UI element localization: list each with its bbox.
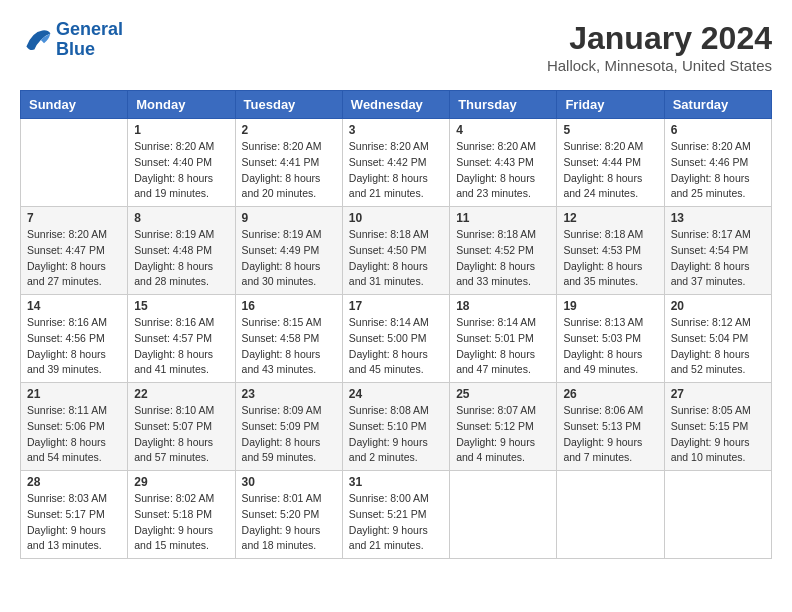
day-number: 25 xyxy=(456,387,550,401)
weekday-header-saturday: Saturday xyxy=(664,91,771,119)
day-number: 2 xyxy=(242,123,336,137)
month-title: January 2024 xyxy=(547,20,772,57)
day-info: Sunrise: 8:20 AMSunset: 4:40 PMDaylight:… xyxy=(134,139,228,202)
title-block: January 2024 Hallock, Minnesota, United … xyxy=(547,20,772,74)
day-number: 18 xyxy=(456,299,550,313)
calendar-cell: 21Sunrise: 8:11 AMSunset: 5:06 PMDayligh… xyxy=(21,383,128,471)
day-info: Sunrise: 8:20 AMSunset: 4:47 PMDaylight:… xyxy=(27,227,121,290)
calendar-cell: 29Sunrise: 8:02 AMSunset: 5:18 PMDayligh… xyxy=(128,471,235,559)
logo: General Blue xyxy=(20,20,123,60)
day-info: Sunrise: 8:16 AMSunset: 4:56 PMDaylight:… xyxy=(27,315,121,378)
calendar-cell: 27Sunrise: 8:05 AMSunset: 5:15 PMDayligh… xyxy=(664,383,771,471)
weekday-header-thursday: Thursday xyxy=(450,91,557,119)
calendar-week-1: 1Sunrise: 8:20 AMSunset: 4:40 PMDaylight… xyxy=(21,119,772,207)
day-info: Sunrise: 8:14 AMSunset: 5:01 PMDaylight:… xyxy=(456,315,550,378)
day-info: Sunrise: 8:01 AMSunset: 5:20 PMDaylight:… xyxy=(242,491,336,554)
day-number: 11 xyxy=(456,211,550,225)
day-number: 16 xyxy=(242,299,336,313)
calendar-cell: 6Sunrise: 8:20 AMSunset: 4:46 PMDaylight… xyxy=(664,119,771,207)
calendar-cell: 4Sunrise: 8:20 AMSunset: 4:43 PMDaylight… xyxy=(450,119,557,207)
day-number: 13 xyxy=(671,211,765,225)
day-number: 19 xyxy=(563,299,657,313)
calendar-cell: 8Sunrise: 8:19 AMSunset: 4:48 PMDaylight… xyxy=(128,207,235,295)
day-info: Sunrise: 8:17 AMSunset: 4:54 PMDaylight:… xyxy=(671,227,765,290)
day-info: Sunrise: 8:11 AMSunset: 5:06 PMDaylight:… xyxy=(27,403,121,466)
day-info: Sunrise: 8:05 AMSunset: 5:15 PMDaylight:… xyxy=(671,403,765,466)
day-number: 20 xyxy=(671,299,765,313)
weekday-header-wednesday: Wednesday xyxy=(342,91,449,119)
day-info: Sunrise: 8:10 AMSunset: 5:07 PMDaylight:… xyxy=(134,403,228,466)
day-number: 17 xyxy=(349,299,443,313)
day-info: Sunrise: 8:19 AMSunset: 4:48 PMDaylight:… xyxy=(134,227,228,290)
calendar-cell: 26Sunrise: 8:06 AMSunset: 5:13 PMDayligh… xyxy=(557,383,664,471)
calendar-cell: 3Sunrise: 8:20 AMSunset: 4:42 PMDaylight… xyxy=(342,119,449,207)
day-info: Sunrise: 8:20 AMSunset: 4:41 PMDaylight:… xyxy=(242,139,336,202)
calendar-cell: 10Sunrise: 8:18 AMSunset: 4:50 PMDayligh… xyxy=(342,207,449,295)
logo-icon xyxy=(20,24,52,56)
day-info: Sunrise: 8:16 AMSunset: 4:57 PMDaylight:… xyxy=(134,315,228,378)
calendar-cell: 12Sunrise: 8:18 AMSunset: 4:53 PMDayligh… xyxy=(557,207,664,295)
calendar-week-3: 14Sunrise: 8:16 AMSunset: 4:56 PMDayligh… xyxy=(21,295,772,383)
day-number: 5 xyxy=(563,123,657,137)
day-number: 29 xyxy=(134,475,228,489)
day-number: 1 xyxy=(134,123,228,137)
calendar-cell xyxy=(450,471,557,559)
day-number: 9 xyxy=(242,211,336,225)
day-info: Sunrise: 8:06 AMSunset: 5:13 PMDaylight:… xyxy=(563,403,657,466)
calendar-cell xyxy=(664,471,771,559)
calendar-cell: 17Sunrise: 8:14 AMSunset: 5:00 PMDayligh… xyxy=(342,295,449,383)
day-number: 30 xyxy=(242,475,336,489)
calendar-cell: 9Sunrise: 8:19 AMSunset: 4:49 PMDaylight… xyxy=(235,207,342,295)
day-info: Sunrise: 8:20 AMSunset: 4:44 PMDaylight:… xyxy=(563,139,657,202)
day-number: 28 xyxy=(27,475,121,489)
day-number: 27 xyxy=(671,387,765,401)
calendar-cell: 20Sunrise: 8:12 AMSunset: 5:04 PMDayligh… xyxy=(664,295,771,383)
weekday-header-monday: Monday xyxy=(128,91,235,119)
calendar-cell: 28Sunrise: 8:03 AMSunset: 5:17 PMDayligh… xyxy=(21,471,128,559)
calendar-cell: 15Sunrise: 8:16 AMSunset: 4:57 PMDayligh… xyxy=(128,295,235,383)
day-number: 15 xyxy=(134,299,228,313)
day-info: Sunrise: 8:00 AMSunset: 5:21 PMDaylight:… xyxy=(349,491,443,554)
calendar-cell xyxy=(557,471,664,559)
calendar-cell: 7Sunrise: 8:20 AMSunset: 4:47 PMDaylight… xyxy=(21,207,128,295)
calendar-week-4: 21Sunrise: 8:11 AMSunset: 5:06 PMDayligh… xyxy=(21,383,772,471)
day-info: Sunrise: 8:18 AMSunset: 4:53 PMDaylight:… xyxy=(563,227,657,290)
calendar-table: SundayMondayTuesdayWednesdayThursdayFrid… xyxy=(20,90,772,559)
calendar-cell: 22Sunrise: 8:10 AMSunset: 5:07 PMDayligh… xyxy=(128,383,235,471)
calendar-cell: 23Sunrise: 8:09 AMSunset: 5:09 PMDayligh… xyxy=(235,383,342,471)
logo-text: General Blue xyxy=(56,20,123,60)
calendar-cell: 13Sunrise: 8:17 AMSunset: 4:54 PMDayligh… xyxy=(664,207,771,295)
calendar-week-5: 28Sunrise: 8:03 AMSunset: 5:17 PMDayligh… xyxy=(21,471,772,559)
day-info: Sunrise: 8:09 AMSunset: 5:09 PMDaylight:… xyxy=(242,403,336,466)
calendar-cell: 24Sunrise: 8:08 AMSunset: 5:10 PMDayligh… xyxy=(342,383,449,471)
day-number: 24 xyxy=(349,387,443,401)
day-number: 31 xyxy=(349,475,443,489)
day-info: Sunrise: 8:20 AMSunset: 4:43 PMDaylight:… xyxy=(456,139,550,202)
day-info: Sunrise: 8:03 AMSunset: 5:17 PMDaylight:… xyxy=(27,491,121,554)
calendar-cell: 19Sunrise: 8:13 AMSunset: 5:03 PMDayligh… xyxy=(557,295,664,383)
calendar-cell: 30Sunrise: 8:01 AMSunset: 5:20 PMDayligh… xyxy=(235,471,342,559)
day-number: 12 xyxy=(563,211,657,225)
day-number: 22 xyxy=(134,387,228,401)
calendar-cell xyxy=(21,119,128,207)
day-info: Sunrise: 8:13 AMSunset: 5:03 PMDaylight:… xyxy=(563,315,657,378)
calendar-cell: 25Sunrise: 8:07 AMSunset: 5:12 PMDayligh… xyxy=(450,383,557,471)
day-number: 7 xyxy=(27,211,121,225)
day-info: Sunrise: 8:20 AMSunset: 4:46 PMDaylight:… xyxy=(671,139,765,202)
day-info: Sunrise: 8:20 AMSunset: 4:42 PMDaylight:… xyxy=(349,139,443,202)
day-number: 3 xyxy=(349,123,443,137)
day-info: Sunrise: 8:18 AMSunset: 4:52 PMDaylight:… xyxy=(456,227,550,290)
calendar-week-2: 7Sunrise: 8:20 AMSunset: 4:47 PMDaylight… xyxy=(21,207,772,295)
day-number: 23 xyxy=(242,387,336,401)
calendar-cell: 31Sunrise: 8:00 AMSunset: 5:21 PMDayligh… xyxy=(342,471,449,559)
calendar-cell: 5Sunrise: 8:20 AMSunset: 4:44 PMDaylight… xyxy=(557,119,664,207)
weekday-header-friday: Friday xyxy=(557,91,664,119)
day-number: 4 xyxy=(456,123,550,137)
day-info: Sunrise: 8:07 AMSunset: 5:12 PMDaylight:… xyxy=(456,403,550,466)
day-info: Sunrise: 8:18 AMSunset: 4:50 PMDaylight:… xyxy=(349,227,443,290)
day-number: 26 xyxy=(563,387,657,401)
day-number: 8 xyxy=(134,211,228,225)
day-info: Sunrise: 8:15 AMSunset: 4:58 PMDaylight:… xyxy=(242,315,336,378)
calendar-cell: 2Sunrise: 8:20 AMSunset: 4:41 PMDaylight… xyxy=(235,119,342,207)
day-number: 6 xyxy=(671,123,765,137)
